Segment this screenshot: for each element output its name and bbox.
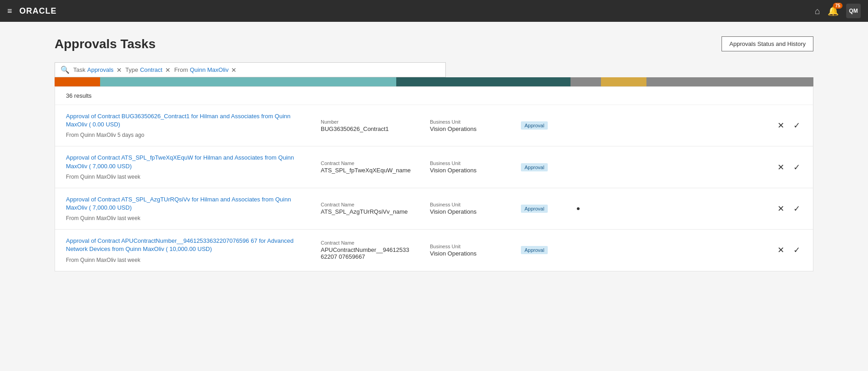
result-actions: ✕ ✓ bbox=[776, 160, 802, 174]
result-item: Approval of Contract ATS_SPL_AzgTUrRQsiV… bbox=[55, 188, 813, 230]
task-filter-value: Approvals bbox=[87, 66, 114, 73]
approval-badge: Approval bbox=[521, 121, 548, 130]
results-container: 36 results Approval of Contract BUG36350… bbox=[55, 86, 813, 271]
result-main: Approval of Contract APUContractNumber__… bbox=[66, 237, 303, 263]
page-header: Approvals Tasks Approvals Status and His… bbox=[55, 36, 813, 51]
result-subtitle: From Quinn MaxOliv last week bbox=[66, 215, 140, 221]
result-actions: ✕ ✓ bbox=[776, 202, 802, 216]
approval-badge: Approval bbox=[521, 163, 548, 171]
from-filter-close-icon[interactable]: ✕ bbox=[231, 66, 237, 74]
reject-button[interactable]: ✕ bbox=[776, 243, 786, 257]
result-business: Business Unit Vision Operations bbox=[430, 160, 503, 174]
result-business: Business Unit Vision Operations bbox=[430, 202, 503, 215]
result-item: Approval of Contract APUContractNumber__… bbox=[55, 230, 813, 271]
field-label: Contract Name bbox=[321, 240, 412, 246]
main-content: Approvals Tasks Approvals Status and His… bbox=[0, 22, 868, 286]
approval-badge: Approval bbox=[521, 246, 548, 254]
result-main: Approval of Contract ATS_SPL_AzgTUrRQsiV… bbox=[66, 196, 303, 222]
business-unit-label: Business Unit bbox=[430, 119, 503, 125]
result-title[interactable]: Approval of Contract ATS_SPL_AzgTUrRQsiV… bbox=[66, 196, 303, 212]
business-unit-value: Vision Operations bbox=[430, 167, 503, 174]
approve-button[interactable]: ✓ bbox=[792, 243, 802, 257]
result-subtitle: From Quinn MaxOliv last week bbox=[66, 257, 140, 263]
result-actions: ✕ ✓ bbox=[776, 119, 802, 132]
field-label: Contract Name bbox=[321, 160, 412, 166]
business-unit-value: Vision Operations bbox=[430, 208, 503, 215]
top-navigation: ≡ ORACLE ⌂ 🔔 75 QM bbox=[0, 0, 868, 22]
search-icon: 🔍 bbox=[61, 65, 70, 74]
notification-icon[interactable]: 🔔 75 bbox=[828, 5, 839, 16]
type-filter-chip: Type Contract ✕ bbox=[126, 66, 171, 74]
approval-badge: Approval bbox=[521, 205, 548, 213]
result-main: Approval of Contract BUG36350626_Contrac… bbox=[66, 112, 303, 139]
business-unit-label: Business Unit bbox=[430, 202, 503, 207]
dot-indicator bbox=[577, 207, 580, 210]
results-list: Approval of Contract BUG36350626_Contrac… bbox=[55, 105, 813, 271]
field-value: ATS_SPL_AzgTUrRQsiVv_name bbox=[321, 208, 412, 215]
result-title[interactable]: Approval of Contract ATS_SPL_fpTweXqXEqu… bbox=[66, 154, 303, 170]
result-item: Approval of Contract BUG36350626_Contrac… bbox=[55, 105, 813, 146]
reject-button[interactable]: ✕ bbox=[776, 202, 786, 216]
nav-left: ≡ ORACLE bbox=[7, 6, 57, 16]
hamburger-menu-icon[interactable]: ≡ bbox=[7, 6, 12, 16]
from-filter-chip: From Quinn MaxOliv ✕ bbox=[174, 66, 237, 74]
field-value: BUG36350626_Contract1 bbox=[321, 125, 412, 132]
result-actions: ✕ ✓ bbox=[776, 243, 802, 257]
notification-badge: 75 bbox=[833, 3, 843, 9]
field-label: Contract Name bbox=[321, 202, 412, 207]
result-title[interactable]: Approval of Contract APUContractNumber__… bbox=[66, 237, 303, 253]
approvals-status-button[interactable]: Approvals Status and History bbox=[722, 36, 813, 51]
search-bar: 🔍 Task Approvals ✕ Type Contract ✕ From … bbox=[55, 62, 446, 77]
result-item: Approval of Contract ATS_SPL_fpTweXqXEqu… bbox=[55, 146, 813, 188]
approve-button[interactable]: ✓ bbox=[792, 119, 802, 132]
type-filter-label: Type bbox=[126, 66, 138, 73]
from-filter-value: Quinn MaxOliv bbox=[190, 66, 228, 73]
type-filter-value: Contract bbox=[140, 66, 162, 73]
task-filter-close-icon[interactable]: ✕ bbox=[116, 66, 122, 74]
result-business: Business Unit Vision Operations bbox=[430, 244, 503, 257]
reject-button[interactable]: ✕ bbox=[776, 160, 786, 174]
result-field: Contract Name ATS_SPL_AzgTUrRQsiVv_name bbox=[321, 202, 412, 215]
page-title: Approvals Tasks bbox=[55, 37, 156, 51]
result-field: Contract Name APUContractNumber__9461253… bbox=[321, 240, 412, 260]
type-filter-close-icon[interactable]: ✕ bbox=[165, 66, 171, 74]
result-subtitle: From Quinn MaxOliv 5 days ago bbox=[66, 132, 144, 138]
approve-button[interactable]: ✓ bbox=[792, 160, 802, 174]
business-unit-value: Vision Operations bbox=[430, 125, 503, 132]
result-subtitle: From Quinn MaxOliv last week bbox=[66, 174, 140, 180]
field-label: Number bbox=[321, 119, 412, 125]
result-main: Approval of Contract ATS_SPL_fpTweXqXEqu… bbox=[66, 154, 303, 180]
field-value: APUContractNumber__9461253362207 0765966… bbox=[321, 246, 412, 260]
business-unit-label: Business Unit bbox=[430, 244, 503, 249]
approve-button[interactable]: ✓ bbox=[792, 202, 802, 216]
oracle-logo: ORACLE bbox=[20, 6, 57, 16]
business-unit-label: Business Unit bbox=[430, 160, 503, 166]
field-value: ATS_SPL_fpTweXqXEquW_name bbox=[321, 167, 412, 174]
result-title[interactable]: Approval of Contract BUG36350626_Contrac… bbox=[66, 112, 303, 129]
user-avatar[interactable]: QM bbox=[846, 4, 861, 18]
color-banner bbox=[55, 77, 813, 86]
nav-right: ⌂ 🔔 75 QM bbox=[815, 4, 861, 18]
reject-button[interactable]: ✕ bbox=[776, 119, 786, 132]
task-filter-label: Task bbox=[73, 66, 86, 73]
result-field: Contract Name ATS_SPL_fpTweXqXEquW_name bbox=[321, 160, 412, 174]
result-field: Number BUG36350626_Contract1 bbox=[321, 119, 412, 132]
result-business: Business Unit Vision Operations bbox=[430, 119, 503, 132]
task-filter-chip: Task Approvals ✕ bbox=[73, 66, 122, 74]
results-count: 36 results bbox=[55, 87, 813, 105]
home-icon[interactable]: ⌂ bbox=[815, 6, 820, 16]
from-filter-label: From bbox=[174, 66, 188, 73]
business-unit-value: Vision Operations bbox=[430, 250, 503, 257]
